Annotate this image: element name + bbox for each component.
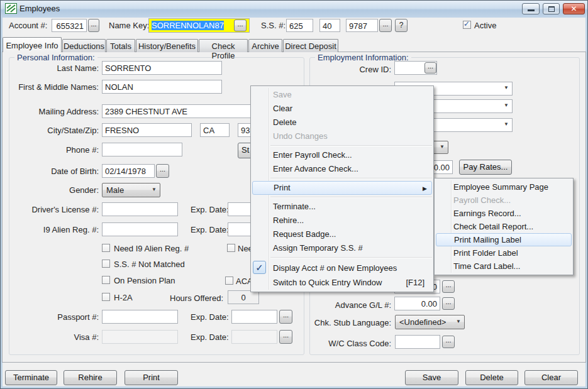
dl-exp-date-label: Exp. Date: [191,205,223,214]
pay-rates-button[interactable]: Pay Rates... [459,160,512,175]
submenu-item-print-folder-label[interactable]: Print Folder Label [435,246,573,260]
menu-item-request-badge[interactable]: Request Badge... [251,227,433,241]
chevron-down-icon: ▼ [152,187,157,192]
checkmark-icon: ✓ [253,261,266,274]
titlebar[interactable] [1,1,587,18]
chk-stub-language-dropdown[interactable]: <Undefined>▼ [395,315,465,329]
drivers-license-label: Driver's License #: [10,205,99,214]
city-state-zip-label: City/State/Zip: [10,126,99,135]
menu-item-enter-advance-check[interactable]: Enter Advance Check... [251,162,433,176]
terminate-button[interactable]: Terminate [5,370,57,385]
tab-totals[interactable]: Totals [106,39,135,52]
menu-item-undo-changes[interactable]: Undo Changes [251,129,433,143]
submenu-item-time-card-label[interactable]: Time Card Label... [435,260,573,273]
ssn-part2-field[interactable]: 40 [319,19,340,32]
menu-item-assign-temporary-ss[interactable]: Assign Temporary S.S. # [251,241,433,255]
minimize-button[interactable] [522,3,540,14]
gl-number-browse-button[interactable]: ... [442,280,455,293]
need-i9-checkbox[interactable] [102,244,110,252]
tab-history-benefits[interactable]: History/Benefits [136,39,198,52]
mailing-address-label: Mailing Address: [10,107,99,116]
phone-field[interactable] [102,143,182,156]
need-i9-label: Need I9 Alien Reg. # [114,244,189,253]
phone-label: Phone #: [10,145,99,155]
passport-exp-date-field[interactable] [231,310,277,324]
visa-exp-date-field[interactable] [231,330,277,344]
name-key-label: Name Key: [109,21,149,30]
active-checkbox[interactable]: ✓ [463,21,471,29]
i9-alien-reg-field[interactable] [102,222,178,236]
wc-class-code-field[interactable] [395,335,440,349]
chevron-down-icon: ▼ [504,102,509,108]
h2a-checkbox[interactable] [102,293,110,301]
passport-field[interactable] [102,310,178,324]
advance-gl-field[interactable]: 0.00 [394,297,440,310]
aca-partial-checkbox[interactable] [225,277,233,285]
crew-id-browse-button[interactable]: ... [424,62,436,74]
account-browse-button[interactable]: ... [88,19,99,32]
state-field[interactable]: CA [200,123,230,137]
first-middle-names-field[interactable]: NOLAN [102,80,222,94]
close-button[interactable]: ✕ [563,3,585,14]
menu-item-enter-payroll-check[interactable]: Enter Payroll Check... [251,148,433,162]
chevron-down-icon: ▼ [504,121,509,127]
menu-item-delete[interactable]: Delete [251,116,433,129]
wc-class-code-browse-button[interactable]: ... [442,336,455,348]
date-of-birth-field[interactable]: 02/14/1978 [102,164,155,178]
context-menu: Save Clear Delete Undo Changes Enter Pay… [250,85,434,292]
ssn-part3-field[interactable]: 9787 [346,19,378,32]
advance-gl-label: Advance G/L #: [309,300,391,310]
save-button[interactable]: Save [405,370,458,385]
need-partial-checkbox[interactable] [227,244,235,252]
maximize-button[interactable] [543,3,560,14]
submenu-item-earnings-record[interactable]: Earnings Record... [435,207,573,220]
menu-item-switch-to-quick-entry[interactable]: Switch to Quick Entry Window[F12] [251,276,433,290]
app-icon [5,3,17,14]
menu-item-save[interactable]: Save [251,88,433,102]
date-of-birth-browse-button[interactable]: ... [156,164,169,178]
visa-field[interactable] [102,330,178,344]
submenu-item-payroll-check[interactable]: Payroll Check... [435,194,573,207]
maximize-icon [548,6,555,12]
ssn-browse-button[interactable]: ... [379,19,392,32]
rehire-button[interactable]: Rehire [64,370,117,385]
submenu-item-check-detail-report[interactable]: Check Detail Report... [435,220,573,233]
submenu-item-employee-summary-page[interactable]: Employee Summary Page [435,180,573,194]
ssn-label: S.S. #: [261,21,286,30]
delete-button[interactable]: Delete [465,370,518,385]
hours-offered-field[interactable]: 0 [228,290,259,304]
menu-separator [270,178,432,179]
visa-exp-browse-button[interactable]: ... [279,330,292,344]
city-field[interactable]: FRESNO [102,123,192,137]
on-pension-plan-label: On Pension Plan [114,276,175,285]
tab-deductions[interactable]: Deductions [62,39,106,52]
tab-archive[interactable]: Archive [248,39,282,52]
tab-direct-deposit[interactable]: Direct Deposit [283,39,338,52]
tab-employee-info[interactable]: Employee Info [3,37,62,52]
submenu-arrow-icon: ▶ [423,182,427,195]
print-button[interactable]: Print [125,370,178,385]
last-name-field[interactable]: SORRENTO [102,61,222,75]
ssn-part1-field[interactable]: 625 [286,19,313,32]
name-key-browse-button[interactable]: ... [234,19,247,31]
submenu-item-print-mailing-label[interactable]: Print Mailing Label [436,233,572,246]
account-number-field[interactable]: 655321 [52,19,87,32]
ssn-help-button[interactable]: ? [395,19,408,32]
gender-dropdown[interactable]: Male▼ [102,183,160,197]
passport-label: Passport #: [10,312,99,322]
menu-separator [270,197,432,198]
menu-item-print[interactable]: Print▶ [252,181,432,195]
date-of-birth-label: Date of Birth: [10,167,99,176]
passport-exp-browse-button[interactable]: ... [279,310,292,324]
menu-item-terminate[interactable]: Terminate... [251,200,433,214]
advance-gl-browse-button[interactable]: ... [442,297,455,310]
clear-button[interactable]: Clear [524,370,578,385]
menu-item-display-acct-on-new-employees[interactable]: ✓Display Acct # on New Employees [251,260,433,276]
passport-exp-date-label: Exp. Date: [191,312,223,322]
menu-item-rehire[interactable]: Rehire... [251,214,433,227]
tab-check-profile[interactable]: Check Profile [199,39,248,52]
on-pension-plan-checkbox[interactable] [102,276,110,284]
menu-item-clear[interactable]: Clear [251,102,433,116]
drivers-license-field[interactable] [102,202,178,216]
ss-not-matched-checkbox[interactable] [102,260,110,268]
